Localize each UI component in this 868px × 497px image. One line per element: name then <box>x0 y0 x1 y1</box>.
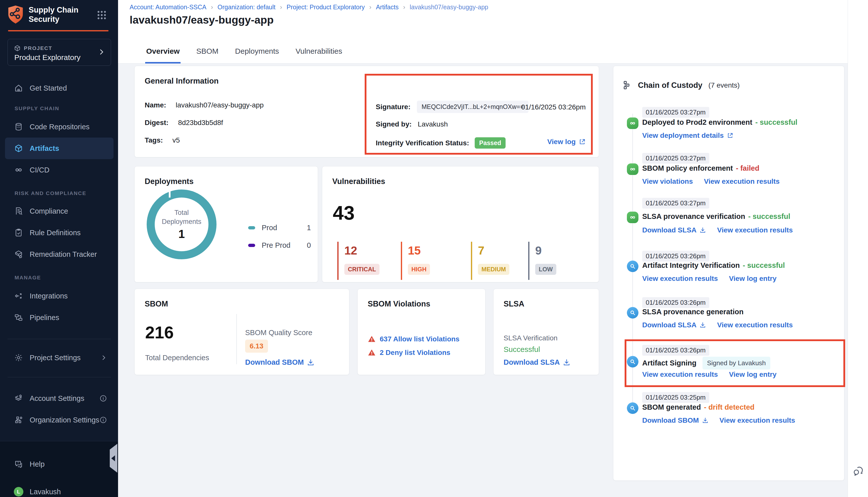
tab-deployments[interactable]: Deployments <box>234 47 280 63</box>
sidebar-item-remediation-tracker[interactable]: Remediation Tracker <box>0 243 118 265</box>
app-switcher-grid-icon[interactable] <box>96 10 107 20</box>
scan-magnifier-icon <box>627 307 639 318</box>
signed-by-chip: Signed by Lavakush <box>702 357 770 369</box>
breadcrumb-account[interactable]: Account: Automation-SSCA <box>130 3 207 11</box>
event-title: Artifact Signing Signed by Lavakush <box>642 357 770 369</box>
sidebar-item-label: Code Repositories <box>30 123 90 131</box>
deny-list-violations-link[interactable]: 2 Deny list Violations <box>380 349 450 357</box>
event-status: - failed <box>736 164 759 172</box>
chevron-right-icon <box>98 48 105 56</box>
download-slsa-link[interactable]: Download SLSA <box>642 321 706 329</box>
sbom-card: SBOM 216 Total Dependencies SBOM Quality… <box>135 289 349 375</box>
view-violations-link[interactable]: View violations <box>642 178 693 185</box>
breadcrumb-artifacts[interactable]: Artifacts <box>376 3 398 11</box>
card-title: SBOM Violations <box>368 299 430 309</box>
sidebar-item-account-settings[interactable]: Account Settings <box>0 387 118 409</box>
chain-of-custody-header: Chain of Custody (7 events) <box>622 80 740 90</box>
breadcrumb-separator: › <box>369 3 371 11</box>
event-timestamp: 01/16/2025 03:25pm <box>642 392 709 403</box>
chevron-right-icon <box>100 354 107 361</box>
event-timestamp: 01/16/2025 03:26pm <box>642 297 709 308</box>
event-timestamp: 01/16/2025 03:26pm <box>642 251 709 261</box>
chain-of-custody-panel: Chain of Custody (7 events) 01/16/2025 0… <box>613 66 844 481</box>
sidebar-item-label: Account Settings <box>30 394 84 403</box>
download-sbom-link[interactable]: Download SBOM <box>245 358 314 367</box>
sidebar-item-help[interactable]: ? Help <box>0 453 118 475</box>
view-execution-results-link[interactable]: View execution results <box>642 274 718 283</box>
view-execution-results-link[interactable]: View execution results <box>717 321 793 329</box>
sidebar-item-code-repositories[interactable]: </> Code Repositories <box>0 116 118 138</box>
view-execution-results-link[interactable]: View execution results <box>642 370 718 379</box>
field-label: Signature: <box>376 103 410 111</box>
severity-label: LOW <box>535 264 556 275</box>
view-execution-results-link[interactable]: View execution results <box>719 416 795 424</box>
sidebar-item-label: Remediation Tracker <box>30 250 97 258</box>
allow-list-violations-link[interactable]: 637 Allow list Violations <box>380 335 459 343</box>
page-title: lavakush07/easy-buggy-app <box>130 14 274 26</box>
info-icon[interactable] <box>99 395 107 402</box>
sidebar-item-integrations[interactable]: Integrations <box>0 285 118 307</box>
sidebar-item-label: Organization Settings <box>30 416 99 424</box>
breadcrumb-project[interactable]: Project: Product Exploratory <box>286 3 365 11</box>
sidebar-item-cicd[interactable]: CI/CD <box>0 159 118 181</box>
sidebar-item-compliance[interactable]: Compliance <box>0 200 118 222</box>
download-slsa-link[interactable]: Download SLSA <box>504 358 570 367</box>
field-value: Lavakush <box>418 120 448 128</box>
sidebar-section-manage: MANAGE <box>15 274 41 281</box>
sidebar-item-organization-settings[interactable]: Organization Settings <box>0 409 118 431</box>
total-deployments-value: 1 <box>178 227 185 241</box>
download-icon <box>699 227 706 233</box>
breadcrumb-separator: › <box>403 3 405 11</box>
scan-magnifier-icon <box>627 402 639 414</box>
legend-item-pre-prod: Pre Prod 0 <box>248 241 311 250</box>
sidebar-item-artifacts[interactable]: Artifacts <box>5 138 113 159</box>
sidebar-item-get-started[interactable]: Get Started <box>0 77 118 99</box>
warning-triangle-icon <box>368 349 376 357</box>
project-selector[interactable]: PROJECT Product Exploratory <box>8 39 111 66</box>
view-log-entry-link[interactable]: View log entry <box>729 274 776 283</box>
view-log-entry-link[interactable]: View log entry <box>729 370 776 379</box>
view-log-link[interactable]: View log <box>547 138 586 146</box>
sidebar-item-pipelines[interactable]: Pipelines <box>0 307 118 328</box>
download-slsa-link[interactable]: Download SLSA <box>642 226 706 234</box>
download-sbom-link[interactable]: Download SBOM <box>642 416 709 424</box>
breadcrumb-current[interactable]: lavakush07/easy-buggy-app <box>410 3 488 11</box>
info-icon[interactable] <box>99 416 107 424</box>
event-status: - successful <box>748 212 790 221</box>
sidebar: Supply Chain Security PROJECT Product Ex… <box>0 0 118 497</box>
event-status: - drift detected <box>704 403 755 411</box>
signature-value-chip[interactable]: MEQCICde2VjIT...bL+2+mqnOXw== <box>417 101 528 113</box>
view-deployment-details-link[interactable]: View deployment details <box>642 131 733 140</box>
tab-overview[interactable]: Overview <box>145 47 181 63</box>
svg-text:?: ? <box>17 462 19 465</box>
allow-list-violations-row: 637 Allow list Violations <box>368 335 459 343</box>
field-label: Integrity Verification Status: <box>376 139 469 147</box>
tab-vulnerabilities[interactable]: Vulnerabilities <box>295 47 343 63</box>
event-title: SBOM generated- drift detected <box>642 403 755 411</box>
severity-label: MEDIUM <box>478 264 509 275</box>
gear-icon <box>13 353 24 362</box>
sidebar-user[interactable]: L Lavakush <box>0 481 118 497</box>
tab-sbom[interactable]: SBOM <box>195 47 219 63</box>
view-execution-results-link[interactable]: View execution results <box>717 226 793 234</box>
project-label: PROJECT <box>24 45 52 51</box>
view-execution-results-link[interactable]: View execution results <box>704 178 780 185</box>
breadcrumb-organization[interactable]: Organization: default <box>218 3 276 11</box>
external-link-icon <box>579 138 586 145</box>
general-information-card: General Information Name: lavakush07/eas… <box>135 66 599 157</box>
vulnerabilities-card: Vulnerabilities 43 12 CRITICAL 15 HIGH 7… <box>322 166 599 282</box>
box-wrench-icon <box>13 250 24 259</box>
sidebar-section-risk: RISK AND COMPLIANCE <box>15 190 86 196</box>
sidebar-item-project-settings[interactable]: Project Settings <box>0 347 118 368</box>
event-timestamp: 01/16/2025 03:27pm <box>642 107 709 118</box>
org-chart-gear-icon <box>13 415 24 424</box>
severity-label: HIGH <box>408 264 430 275</box>
field-value: v5 <box>172 136 180 144</box>
card-title: SLSA <box>504 299 524 309</box>
slsa-verification-status: Successful <box>504 345 540 354</box>
vulnerabilities-total: 43 <box>333 201 355 224</box>
layers-gear-icon <box>13 394 24 403</box>
sidebar-item-rule-definitions[interactable]: Rule Definitions <box>0 222 118 243</box>
severity-count: 9 <box>535 244 542 257</box>
chat-bubbles-icon[interactable] <box>852 465 865 478</box>
